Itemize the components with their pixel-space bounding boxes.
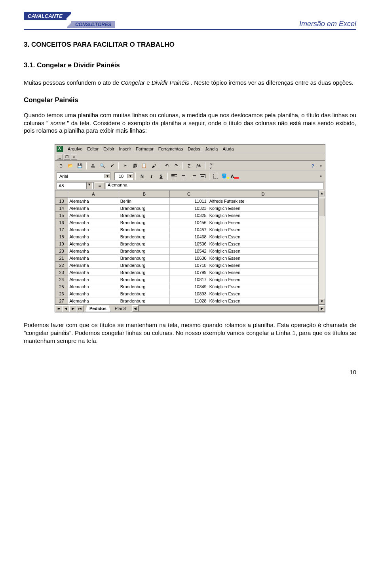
scroll-down-icon[interactable]: ▼: [319, 298, 325, 304]
cell[interactable]: 10893: [170, 290, 208, 297]
underline-icon[interactable]: S: [157, 172, 165, 180]
scroll-track[interactable]: [139, 305, 319, 312]
cell[interactable]: Alemanha: [68, 269, 119, 276]
format-painter-icon[interactable]: 🖌: [149, 162, 158, 170]
cell[interactable]: Brandenburg: [119, 240, 170, 247]
paste-icon[interactable]: 📋: [140, 162, 148, 170]
formula-input[interactable]: Alemanha: [106, 182, 323, 189]
copy-icon[interactable]: 🗐: [130, 162, 139, 170]
cell[interactable]: Brandenburg: [119, 297, 170, 304]
worksheet-grid[interactable]: A B C D 13AlemanhaBerlin11011Alfreds Fut…: [55, 190, 318, 304]
font-size-combo[interactable]: 10 ▼: [114, 172, 133, 180]
dropdown-icon[interactable]: ▼: [127, 174, 133, 178]
cell[interactable]: Brandenburg: [119, 269, 170, 276]
undo-icon[interactable]: ↶: [162, 162, 171, 170]
cell[interactable]: Brandenburg: [119, 276, 170, 283]
cell[interactable]: Alemanha: [68, 297, 119, 304]
cell[interactable]: Brandenburg: [119, 233, 170, 240]
new-icon[interactable]: 🗋: [57, 162, 65, 170]
cell[interactable]: Brandenburg: [119, 205, 170, 212]
cell[interactable]: 10468: [170, 233, 208, 240]
row-header[interactable]: 24: [55, 276, 68, 283]
last-tab-icon[interactable]: ⏭: [76, 305, 84, 312]
row-header[interactable]: 20: [55, 247, 68, 255]
cell[interactable]: Königlich Essen: [208, 226, 318, 233]
edit-formula-button[interactable]: =: [95, 182, 105, 189]
cell[interactable]: Königlich Essen: [208, 290, 318, 297]
menu-arquivo[interactable]: Arquivo: [65, 146, 85, 152]
first-tab-icon[interactable]: ⏮: [55, 305, 62, 312]
cut-icon[interactable]: ✂: [121, 162, 129, 170]
row-header[interactable]: 23: [55, 269, 68, 276]
col-header-a[interactable]: A: [68, 190, 119, 198]
scroll-up-icon[interactable]: ▲: [319, 190, 325, 196]
cell[interactable]: 10457: [170, 226, 208, 233]
align-right-icon[interactable]: [189, 172, 198, 180]
menu-formatar[interactable]: Formatar: [133, 146, 156, 152]
cell[interactable]: 10799: [170, 269, 208, 276]
cell[interactable]: Brandenburg: [119, 247, 170, 255]
align-center-icon[interactable]: [179, 172, 188, 180]
function-icon[interactable]: f∗: [194, 162, 203, 170]
cell[interactable]: 10718: [170, 262, 208, 269]
cell[interactable]: 10323: [170, 205, 208, 212]
horizontal-scrollbar[interactable]: ◀ ▶: [132, 305, 325, 312]
align-left-icon[interactable]: [170, 172, 179, 180]
cell[interactable]: Brandenburg: [119, 212, 170, 219]
row-header[interactable]: 15: [55, 212, 68, 219]
cell[interactable]: Königlich Essen: [208, 240, 318, 247]
col-header-d[interactable]: D: [208, 190, 318, 198]
cell[interactable]: Alemanha: [68, 283, 119, 290]
cell[interactable]: Königlich Essen: [208, 233, 318, 240]
help-icon[interactable]: ?: [308, 162, 317, 170]
menu-janela[interactable]: Janela: [203, 146, 220, 152]
spellcheck-icon[interactable]: ✔: [108, 162, 116, 170]
select-all-corner[interactable]: [55, 190, 68, 198]
cell[interactable]: Alemanha: [68, 226, 119, 233]
sort-asc-icon[interactable]: A↓Z: [207, 162, 216, 170]
cell[interactable]: Alemanha: [68, 212, 119, 219]
cell[interactable]: 10325: [170, 212, 208, 219]
print-icon[interactable]: 🖶: [89, 162, 97, 170]
cell[interactable]: Königlich Essen: [208, 219, 318, 226]
cell[interactable]: Brandenburg: [119, 283, 170, 290]
bold-icon[interactable]: N: [138, 172, 146, 180]
dropdown-icon[interactable]: ▼: [86, 183, 92, 189]
fill-color-icon[interactable]: 🪣: [221, 172, 230, 180]
menu-ajuda[interactable]: Ajuda: [220, 146, 236, 152]
name-box[interactable]: A8 ▼: [57, 182, 94, 189]
cell[interactable]: Königlich Essen: [208, 269, 318, 276]
print-preview-icon[interactable]: 🔍: [98, 162, 107, 170]
row-header[interactable]: 22: [55, 262, 68, 269]
cell[interactable]: Alemanha: [68, 233, 119, 240]
cell[interactable]: Königlich Essen: [208, 276, 318, 283]
dropdown-icon[interactable]: ▼: [104, 174, 110, 178]
cell[interactable]: Königlich Essen: [208, 297, 318, 304]
cell[interactable]: Alemanha: [68, 290, 119, 297]
cell[interactable]: 11028: [170, 297, 208, 304]
menu-exibir[interactable]: Exibir: [101, 146, 117, 152]
toolbar-overflow-icon[interactable]: »: [318, 164, 323, 168]
row-header[interactable]: 27: [55, 297, 68, 304]
cell[interactable]: Brandenburg: [119, 226, 170, 233]
cell[interactable]: Alfreds Futterkiste: [208, 198, 318, 205]
restore-button[interactable]: ❐: [64, 154, 70, 160]
cell[interactable]: Brandenburg: [119, 219, 170, 226]
cell[interactable]: Alemanha: [68, 219, 119, 226]
save-icon[interactable]: 💾: [76, 162, 84, 170]
scroll-track[interactable]: [319, 196, 325, 298]
row-header[interactable]: 17: [55, 226, 68, 233]
cell[interactable]: 10849: [170, 283, 208, 290]
cell[interactable]: Berlin: [119, 198, 170, 205]
row-header[interactable]: 18: [55, 233, 68, 240]
font-name-combo[interactable]: Arial ▼: [57, 172, 110, 180]
cell[interactable]: Alemanha: [68, 255, 119, 262]
row-header[interactable]: 19: [55, 240, 68, 247]
scroll-left-icon[interactable]: ◀: [132, 305, 139, 312]
cell[interactable]: Königlich Essen: [208, 283, 318, 290]
cell[interactable]: Alemanha: [68, 240, 119, 247]
menu-editar[interactable]: Editar: [85, 146, 101, 152]
cell[interactable]: Königlich Essen: [208, 247, 318, 255]
cell[interactable]: 10456: [170, 219, 208, 226]
vertical-scrollbar[interactable]: ▲ ▼: [318, 190, 325, 304]
